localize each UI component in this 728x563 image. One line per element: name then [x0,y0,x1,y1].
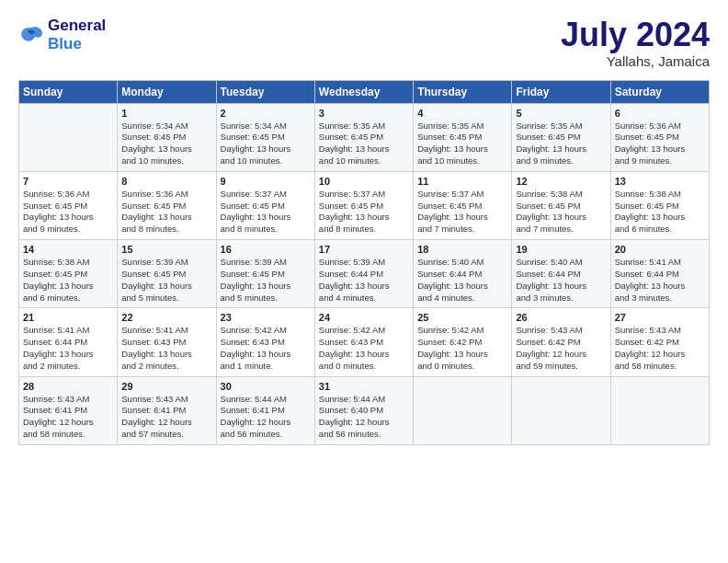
cell-w4-d6: 26Sunrise: 5:43 AMSunset: 6:42 PMDayligh… [512,308,610,376]
col-tuesday: Tuesday [216,80,314,103]
cell-w3-d3: 16Sunrise: 5:39 AMSunset: 6:45 PMDayligh… [216,240,314,308]
week-row-1: 1Sunrise: 5:34 AMSunset: 6:45 PMDaylight… [19,103,710,171]
cell-w4-d1: 21Sunrise: 5:41 AMSunset: 6:44 PMDayligh… [19,308,118,376]
cell-w2-d7: 13Sunrise: 5:38 AMSunset: 6:45 PMDayligh… [610,171,709,239]
day-number: 3 [319,108,409,119]
cell-w5-d6 [512,376,610,444]
main-title: July 2024 [561,17,710,53]
cell-info: Sunrise: 5:40 AMSunset: 6:44 PMDaylight:… [516,257,606,304]
cell-info: Sunrise: 5:34 AMSunset: 6:45 PMDaylight:… [221,121,311,167]
cell-info: Sunrise: 5:41 AMSunset: 6:44 PMDaylight:… [23,325,113,372]
subtitle: Yallahs, Jamaica [561,53,710,69]
day-number: 13 [615,176,705,187]
week-row-5: 28Sunrise: 5:43 AMSunset: 6:41 PMDayligh… [19,376,710,444]
cell-info: Sunrise: 5:42 AMSunset: 6:43 PMDaylight:… [221,325,311,372]
cell-w2-d1: 7Sunrise: 5:36 AMSunset: 6:45 PMDaylight… [19,171,118,239]
cell-info: Sunrise: 5:35 AMSunset: 6:45 PMDaylight:… [516,121,606,167]
day-number: 4 [417,108,507,119]
cell-w3-d5: 18Sunrise: 5:40 AMSunset: 6:44 PMDayligh… [414,240,512,308]
cell-w3-d4: 17Sunrise: 5:39 AMSunset: 6:44 PMDayligh… [314,240,413,308]
cell-info: Sunrise: 5:34 AMSunset: 6:45 PMDaylight:… [121,121,211,167]
day-number: 15 [121,244,211,255]
cell-w2-d3: 9Sunrise: 5:37 AMSunset: 6:45 PMDaylight… [216,171,314,239]
cell-info: Sunrise: 5:43 AMSunset: 6:41 PMDaylight:… [23,394,113,441]
cell-w2-d6: 12Sunrise: 5:38 AMSunset: 6:45 PMDayligh… [512,171,610,239]
day-number: 5 [516,108,606,119]
cell-info: Sunrise: 5:44 AMSunset: 6:41 PMDaylight:… [221,394,311,441]
logo-text: General Blue [48,17,106,52]
day-number: 28 [23,381,113,392]
cell-info: Sunrise: 5:35 AMSunset: 6:45 PMDaylight:… [319,121,409,167]
day-number: 22 [121,312,211,323]
day-number: 30 [221,381,311,392]
cell-w2-d2: 8Sunrise: 5:36 AMSunset: 6:45 PMDaylight… [118,171,216,239]
cell-w1-d3: 2Sunrise: 5:34 AMSunset: 6:45 PMDaylight… [216,103,314,171]
cell-info: Sunrise: 5:44 AMSunset: 6:40 PMDaylight:… [319,394,409,441]
logo: General Blue [18,17,106,52]
day-number: 26 [516,312,606,323]
day-number: 9 [221,176,311,187]
cell-info: Sunrise: 5:39 AMSunset: 6:45 PMDaylight:… [221,257,311,304]
header: General Blue July 2024 Yallahs, Jamaica [18,17,710,69]
cell-w2-d4: 10Sunrise: 5:37 AMSunset: 6:45 PMDayligh… [314,171,413,239]
cell-w3-d7: 20Sunrise: 5:41 AMSunset: 6:44 PMDayligh… [610,240,709,308]
cell-info: Sunrise: 5:42 AMSunset: 6:42 PMDaylight:… [417,325,507,372]
cell-w4-d7: 27Sunrise: 5:43 AMSunset: 6:42 PMDayligh… [610,308,709,376]
cell-w5-d5 [414,376,512,444]
cell-w1-d6: 5Sunrise: 5:35 AMSunset: 6:45 PMDaylight… [512,103,610,171]
cell-info: Sunrise: 5:39 AMSunset: 6:45 PMDaylight:… [121,257,211,304]
day-number: 21 [23,312,113,323]
cell-w4-d2: 22Sunrise: 5:41 AMSunset: 6:43 PMDayligh… [118,308,216,376]
logo-icon [18,24,44,46]
day-number: 16 [221,244,311,255]
cell-info: Sunrise: 5:37 AMSunset: 6:45 PMDaylight:… [417,189,507,236]
cell-info: Sunrise: 5:41 AMSunset: 6:43 PMDaylight:… [121,325,211,372]
cell-info: Sunrise: 5:42 AMSunset: 6:43 PMDaylight:… [319,325,409,372]
col-saturday: Saturday [610,80,709,103]
header-row: Sunday Monday Tuesday Wednesday Thursday… [19,80,710,103]
day-number: 29 [121,381,211,392]
week-row-2: 7Sunrise: 5:36 AMSunset: 6:45 PMDaylight… [19,171,710,239]
cell-w1-d4: 3Sunrise: 5:35 AMSunset: 6:45 PMDaylight… [314,103,413,171]
col-monday: Monday [118,80,216,103]
calendar-table: Sunday Monday Tuesday Wednesday Thursday… [18,80,710,445]
week-row-4: 21Sunrise: 5:41 AMSunset: 6:44 PMDayligh… [19,308,710,376]
cell-info: Sunrise: 5:36 AMSunset: 6:45 PMDaylight:… [23,189,113,236]
day-number: 6 [615,108,705,119]
page: General Blue July 2024 Yallahs, Jamaica … [0,0,728,454]
cell-w3-d2: 15Sunrise: 5:39 AMSunset: 6:45 PMDayligh… [118,240,216,308]
cell-info: Sunrise: 5:43 AMSunset: 6:41 PMDaylight:… [121,394,211,441]
cell-info: Sunrise: 5:37 AMSunset: 6:45 PMDaylight:… [221,189,311,236]
cell-info: Sunrise: 5:41 AMSunset: 6:44 PMDaylight:… [615,257,705,304]
day-number: 24 [319,312,409,323]
day-number: 14 [23,244,113,255]
cell-info: Sunrise: 5:38 AMSunset: 6:45 PMDaylight:… [516,189,606,236]
day-number: 18 [417,244,507,255]
day-number: 31 [319,381,409,392]
cell-w4-d4: 24Sunrise: 5:42 AMSunset: 6:43 PMDayligh… [314,308,413,376]
day-number: 25 [417,312,507,323]
day-number: 20 [615,244,705,255]
cell-info: Sunrise: 5:37 AMSunset: 6:45 PMDaylight:… [319,189,409,236]
cell-info: Sunrise: 5:43 AMSunset: 6:42 PMDaylight:… [615,325,705,372]
cell-info: Sunrise: 5:43 AMSunset: 6:42 PMDaylight:… [516,325,606,372]
cell-w3-d1: 14Sunrise: 5:38 AMSunset: 6:45 PMDayligh… [19,240,118,308]
cell-w5-d4: 31Sunrise: 5:44 AMSunset: 6:40 PMDayligh… [314,376,413,444]
cell-w3-d6: 19Sunrise: 5:40 AMSunset: 6:44 PMDayligh… [512,240,610,308]
day-number: 1 [121,108,211,119]
cell-w1-d2: 1Sunrise: 5:34 AMSunset: 6:45 PMDaylight… [118,103,216,171]
day-number: 12 [516,176,606,187]
day-number: 11 [417,176,507,187]
day-number: 23 [221,312,311,323]
day-number: 8 [121,176,211,187]
cell-info: Sunrise: 5:36 AMSunset: 6:45 PMDaylight:… [121,189,211,236]
cell-w5-d3: 30Sunrise: 5:44 AMSunset: 6:41 PMDayligh… [216,376,314,444]
col-wednesday: Wednesday [314,80,413,103]
cell-info: Sunrise: 5:36 AMSunset: 6:45 PMDaylight:… [615,121,705,167]
cell-info: Sunrise: 5:40 AMSunset: 6:44 PMDaylight:… [417,257,507,304]
day-number: 27 [615,312,705,323]
cell-w1-d5: 4Sunrise: 5:35 AMSunset: 6:45 PMDaylight… [414,103,512,171]
title-block: July 2024 Yallahs, Jamaica [561,17,710,69]
col-friday: Friday [512,80,610,103]
cell-w5-d2: 29Sunrise: 5:43 AMSunset: 6:41 PMDayligh… [118,376,216,444]
